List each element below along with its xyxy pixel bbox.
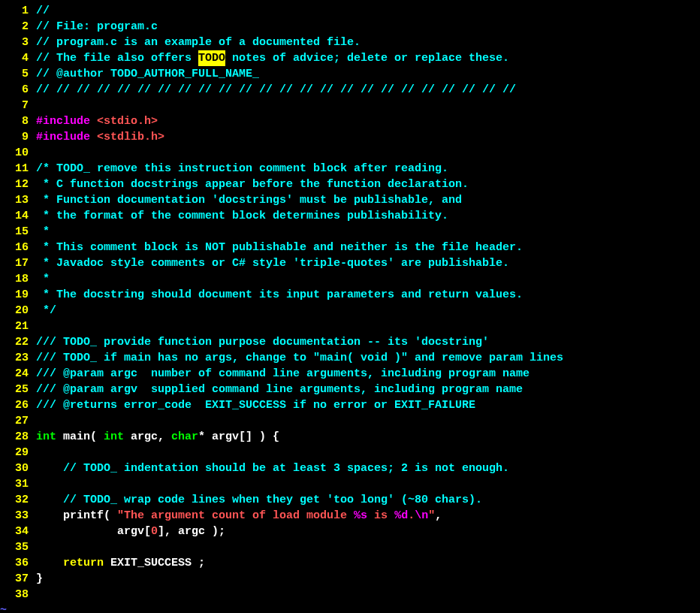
code-line: 7 — [0, 98, 700, 113]
line-number: 36 — [0, 555, 36, 571]
code-editor[interactable]: 1// 2// File: program.c 3// program.c is… — [0, 3, 700, 613]
code-text: , — [435, 508, 442, 524]
code-text: argv[ — [117, 524, 151, 539]
comment: * the format of the comment block determ… — [36, 208, 448, 224]
escape-char: \n — [415, 508, 428, 524]
line-number: 12 — [0, 177, 36, 192]
code-line: 32 // TODO_ wrap code lines when they ge… — [0, 492, 700, 508]
code-line: 21 — [0, 319, 700, 334]
code-line: 4// The file also offers TODO notes of a… — [0, 50, 700, 66]
comment: * — [36, 224, 50, 240]
code-line: 2// File: program.c — [0, 19, 700, 35]
line-number: 33 — [0, 508, 36, 524]
code-line: 20 */ — [0, 303, 700, 319]
code-line: 13 * Function documentation 'docstrings'… — [0, 192, 700, 208]
indent — [36, 508, 63, 524]
line-number: 23 — [0, 350, 36, 366]
line-number: 34 — [0, 524, 36, 539]
type-keyword: char — [171, 429, 198, 445]
comment: // @author TODO_AUTHOR_FULL_NAME_ — [36, 66, 259, 82]
type-keyword: int — [36, 429, 56, 445]
code-line: 1// — [0, 3, 700, 19]
line-number: 17 — [0, 255, 36, 271]
line-number: 24 — [0, 366, 36, 382]
code-line: 15 * — [0, 224, 700, 240]
comment: // — [36, 3, 50, 19]
comment: * Function documentation 'docstrings' mu… — [36, 192, 462, 208]
indent — [36, 461, 63, 476]
line-number: 9 — [0, 129, 36, 145]
code-line: 19 * The docstring should document its i… — [0, 287, 700, 303]
line-number: 11 — [0, 161, 36, 177]
comment: // // // // // // // // // // // // // /… — [36, 82, 516, 98]
code-line: 5// @author TODO_AUTHOR_FULL_NAME_ — [0, 66, 700, 82]
code-line: 37} — [0, 571, 700, 587]
comment: * Javadoc style comments or C# style 'tr… — [36, 255, 509, 271]
code-line: 25/// @param argv supplied command line … — [0, 382, 700, 397]
code-line: 17 * Javadoc style comments or C# style … — [0, 255, 700, 271]
code-line: 8#include <stdio.h> — [0, 113, 700, 129]
comment: */ — [36, 303, 56, 319]
code-line: 29 — [0, 445, 700, 461]
line-number: 22 — [0, 334, 36, 350]
comment: /// @param argc number of command line a… — [36, 366, 530, 382]
code-line: 26/// @returns error_code EXIT_SUCCESS i… — [0, 397, 700, 413]
code-text: main( — [56, 429, 104, 445]
line-number: 26 — [0, 397, 36, 413]
line-number: 28 — [0, 429, 36, 445]
line-number: 3 — [0, 35, 36, 50]
string: is — [367, 508, 394, 524]
line-number: 29 — [0, 445, 36, 461]
code-text: ], argc ); — [158, 524, 225, 539]
string: "The argument count of load module — [117, 508, 354, 524]
code-text: } — [36, 571, 43, 587]
code-line: 9#include <stdlib.h> — [0, 129, 700, 145]
line-number: 31 — [0, 476, 36, 492]
code-line: 22/// TODO_ provide function purpose doc… — [0, 334, 700, 350]
preprocessor: #include — [36, 113, 97, 129]
code-text: EXIT_SUCCESS ; — [104, 555, 205, 571]
comment: /// @param argv supplied command line ar… — [36, 382, 523, 397]
indent — [36, 492, 63, 508]
line-number: 14 — [0, 208, 36, 224]
preprocessor: #include — [36, 129, 97, 145]
indent — [36, 555, 63, 571]
line-number: 15 — [0, 224, 36, 240]
code-line: 38 — [0, 587, 700, 602]
comment: * This comment block is NOT publishable … — [36, 240, 523, 255]
line-number: 27 — [0, 413, 36, 429]
comment: * The docstring should document its inpu… — [36, 287, 523, 303]
code-line: 28int main( int argc, char* argv[] ) { — [0, 429, 700, 445]
comment: notes of advice; delete or replace these… — [225, 50, 509, 66]
code-line: 27 — [0, 413, 700, 429]
code-line: 36 return EXIT_SUCCESS ; — [0, 555, 700, 571]
line-number: 38 — [0, 587, 36, 602]
comment: // TODO_ indentation should be at least … — [63, 461, 509, 476]
comment: * C function docstrings appear before th… — [36, 177, 469, 192]
todo-highlight: TODO — [198, 50, 225, 66]
code-line: 23/// TODO_ if main has no args, change … — [0, 350, 700, 366]
code-line: 14 * the format of the comment block det… — [0, 208, 700, 224]
comment: * — [36, 271, 50, 287]
code-line: 10 — [0, 145, 700, 161]
format-spec: %d — [394, 508, 408, 524]
line-number: 25 — [0, 382, 36, 397]
code-line: 33 printf( "The argument count of load m… — [0, 508, 700, 524]
line-number: 20 — [0, 303, 36, 319]
line-number: 1 — [0, 3, 36, 19]
line-number: 5 — [0, 66, 36, 82]
code-line: 12 * C function docstrings appear before… — [0, 177, 700, 192]
line-number: 2 — [0, 19, 36, 35]
comment: // File: program.c — [36, 19, 158, 35]
code-line: 16 * This comment block is NOT publishab… — [0, 240, 700, 255]
end-of-buffer: ~ — [0, 602, 700, 613]
string: " — [428, 508, 435, 524]
code-line: 31 — [0, 476, 700, 492]
code-line: 35 — [0, 539, 700, 555]
comment: // TODO_ wrap code lines when they get '… — [63, 492, 482, 508]
keyword: return — [63, 555, 104, 571]
comment: /// TODO_ provide function purpose docum… — [36, 334, 489, 350]
line-number: 37 — [0, 571, 36, 587]
code-line: 11/* TODO_ remove this instruction comme… — [0, 161, 700, 177]
comment: // program.c is an example of a document… — [36, 35, 361, 50]
